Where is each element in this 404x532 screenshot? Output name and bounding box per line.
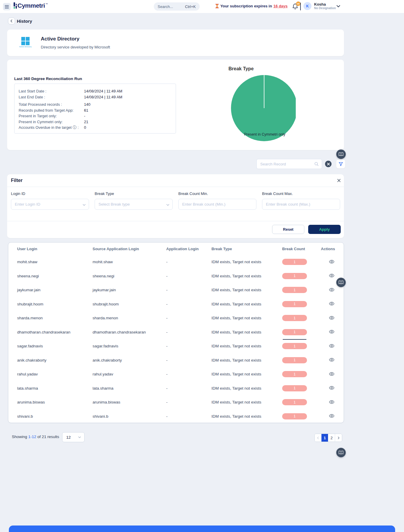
notification-bell-button[interactable]: 16 [291, 2, 299, 11]
previous-page-button[interactable] [315, 434, 321, 442]
user-login-cell: rahul.yadav [17, 372, 93, 376]
view-record-button[interactable] [328, 273, 335, 279]
book-icon [339, 450, 343, 455]
logo-glyph [14, 2, 15, 9]
user-login-cell: shubrajit.hoom [17, 302, 93, 306]
view-record-button[interactable] [328, 357, 335, 363]
menu-button[interactable] [3, 3, 11, 10]
stat-value: - [84, 114, 85, 118]
break-type-input[interactable] [98, 202, 165, 206]
logo-trademark: ™ [46, 3, 48, 6]
actions-cell [321, 301, 335, 307]
eye-icon [329, 385, 334, 390]
hourglass-icon [215, 4, 219, 8]
active-directory-logo: Active Directory [16, 37, 35, 48]
break-count-badge: 1 [282, 357, 307, 363]
app-title: Active Directory [41, 36, 79, 42]
break-count-cell: 1 [282, 357, 321, 363]
view-record-button[interactable] [328, 413, 335, 419]
eye-icon [329, 344, 334, 348]
walkthrough-button-middle[interactable] [336, 278, 346, 287]
user-login-cell: sharda.menon [17, 316, 93, 320]
table-row: shubrajit.hoomshubrajit.hoom-IDM exists,… [8, 297, 344, 311]
application-login-cell: - [166, 358, 211, 362]
app-card: Active Directory Active Directory Direct… [7, 30, 344, 56]
break-type-cell: IDM exists, Target not exists [211, 344, 282, 348]
apply-button[interactable]: Apply [308, 225, 341, 234]
view-record-button[interactable] [328, 259, 335, 265]
chevron-left-icon [317, 437, 319, 439]
break-count-min-input[interactable] [182, 202, 248, 206]
table-row: anik.chakrabortyanik.chakraborty-IDM exi… [8, 353, 344, 367]
walkthrough-button-bottom[interactable] [336, 448, 346, 457]
record-search-input[interactable] [260, 162, 314, 166]
stat-value: 14/08/2024 | 11:49 AM [84, 95, 122, 99]
break-count-max-input[interactable] [266, 202, 332, 206]
break-count-cell: 1 [282, 259, 321, 265]
column-header: Application Login [166, 247, 211, 251]
next-page-button[interactable] [335, 434, 342, 442]
subscription-days-link[interactable]: 16 days [274, 4, 288, 8]
user-menu-chevron[interactable] [336, 4, 341, 9]
walkthrough-button-top[interactable] [336, 149, 346, 159]
actions-cell [321, 287, 335, 293]
break-count-badge: 1 [282, 329, 307, 335]
view-record-button[interactable] [328, 399, 335, 405]
filter-close-button[interactable] [335, 177, 342, 184]
recon-stats-box: Last Start Date :14/08/2024 | 11:49 AMLa… [14, 84, 176, 134]
user-login-cell: sagar.fadnavis [17, 344, 93, 348]
global-search[interactable]: Search... Ctrl+K [154, 2, 200, 11]
column-header: Source Application Login [93, 247, 166, 251]
break-count-badge: 1 [282, 273, 307, 279]
break-type-pie-chart: Present in Cymmetri only [222, 73, 296, 144]
user-menu[interactable]: K Kosha No Designation [303, 2, 336, 10]
bottom-section-edge [9, 526, 395, 532]
table-header: User LoginSource Application LoginApplic… [8, 243, 344, 255]
view-record-button[interactable] [328, 385, 335, 391]
view-record-button[interactable] [328, 315, 335, 321]
filter-field-label: Break Type [95, 191, 173, 196]
cymmetri-logo[interactable]: Cymmetri ™ [14, 2, 48, 9]
break-count-cell: 1 [282, 273, 321, 279]
filter-panel: Filter Login IDBreak TypeBreak Count Min… [7, 174, 344, 238]
subscription-text: Your subscription expires in [220, 4, 272, 8]
view-record-button[interactable] [328, 301, 335, 307]
break-type-cell: IDM exists, Target not exists [211, 414, 282, 419]
windows-icon [21, 37, 30, 45]
clear-search-button[interactable] [325, 161, 332, 167]
source-login-cell: shivani.b [93, 414, 166, 419]
record-search [256, 159, 322, 169]
filter-toggle-button[interactable] [336, 160, 345, 168]
filter-field-label: Login ID [11, 191, 89, 196]
filter-field-break-count-max: Break Count Max. [262, 191, 340, 210]
source-login-cell: sheena.negi [93, 274, 166, 278]
reset-button[interactable]: Reset [272, 225, 304, 234]
view-record-button[interactable] [328, 329, 335, 335]
table-row: jaykumar.jainjaykumar.jain-IDM exists, T… [8, 283, 344, 297]
view-record-button[interactable] [328, 287, 335, 293]
break-count-max-control[interactable] [262, 199, 340, 210]
login-id-input[interactable] [15, 202, 81, 206]
menu-icon [5, 5, 9, 9]
reconciliation-card: Last 360 Degree Reconciliation Run Last … [7, 60, 344, 150]
page-button-2[interactable]: 2 [328, 434, 335, 442]
view-record-button[interactable] [328, 343, 335, 349]
user-login-cell: dhamotharan.chandrasekaran [17, 330, 93, 334]
back-button[interactable] [8, 17, 15, 25]
break-count-min-control[interactable] [178, 199, 256, 210]
break-type-control[interactable] [95, 199, 173, 210]
eye-icon [329, 287, 334, 292]
column-header: User Login [17, 247, 93, 251]
eye-icon [329, 400, 334, 404]
actions-cell [321, 259, 335, 265]
break-count-badge: 1 [282, 259, 307, 265]
eye-icon [329, 273, 334, 278]
view-record-button[interactable] [328, 371, 335, 377]
login-id-control[interactable] [11, 199, 89, 210]
chevron-right-icon [337, 437, 340, 439]
page-size-select[interactable]: 12 [62, 432, 85, 442]
chevron-down-icon [78, 435, 81, 439]
application-login-cell: - [166, 288, 211, 292]
page-button-1[interactable]: 1 [321, 434, 328, 442]
source-login-cell: jaykumar.jain [93, 288, 166, 292]
